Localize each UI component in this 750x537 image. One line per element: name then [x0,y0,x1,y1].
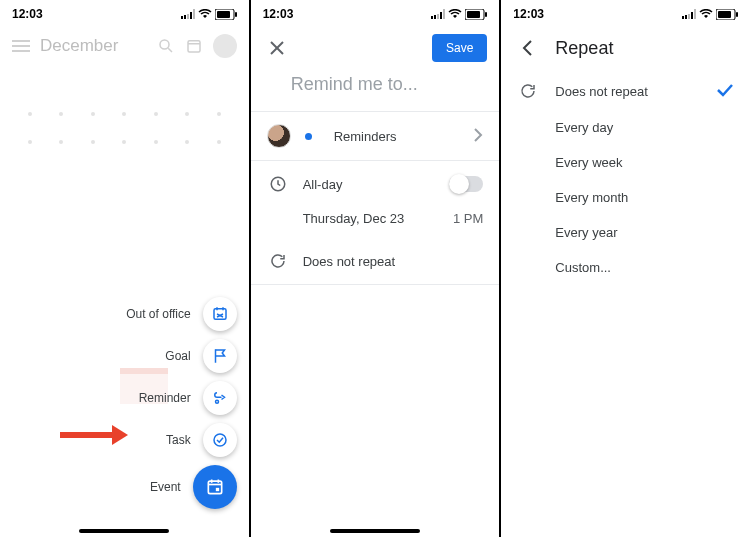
editor-toolbar: Save [251,28,500,66]
repeat-option-year[interactable]: Every year [501,215,750,250]
wifi-icon [198,9,212,19]
battery-icon [215,9,237,20]
svg-rect-7 [235,12,237,17]
svg-rect-10 [188,41,200,52]
screen-calendar-fab: 12:03 December [0,0,251,537]
page-title: Repeat [555,38,613,59]
repeat-header: Repeat [501,28,750,72]
svg-rect-28 [434,15,436,19]
repeat-option-custom[interactable]: Custom... [501,250,750,285]
event-icon [193,465,237,509]
reminder-title-input[interactable]: Remind me to... [251,66,500,111]
time-label: 1 PM [453,211,483,226]
status-bar: 12:03 [0,0,249,28]
back-button[interactable] [515,36,539,60]
allday-label: All-day [303,177,436,192]
svg-rect-45 [736,12,738,17]
status-bar: 12:03 [501,0,750,28]
home-indicator [79,529,169,533]
calendar-header: December [0,28,249,64]
fab-event[interactable]: Event [150,465,237,509]
svg-rect-40 [688,14,690,19]
chevron-right-icon [473,128,483,145]
svg-rect-26 [216,488,219,491]
svg-rect-22 [208,481,221,494]
svg-rect-38 [682,16,684,19]
repeat-icon [517,82,539,100]
fab-goal[interactable]: Goal [165,339,236,373]
svg-rect-39 [685,15,687,19]
svg-rect-34 [485,12,487,17]
status-bar: 12:03 [251,0,500,28]
close-icon [269,40,285,56]
screen-repeat-options: 12:03 Repeat Does not repeat Every [501,0,750,537]
goal-icon [203,339,237,373]
svg-rect-31 [443,9,445,19]
pointer-arrow-icon [58,425,128,445]
repeat-option-month[interactable]: Every month [501,180,750,215]
repeat-label: Does not repeat [303,254,484,269]
calendar-name: Reminders [334,129,460,144]
svg-rect-30 [440,12,442,19]
svg-rect-1 [184,15,186,19]
save-button[interactable]: Save [432,34,487,62]
account-avatar [213,34,237,58]
svg-rect-2 [187,14,189,19]
home-indicator [330,529,420,533]
repeat-option-none[interactable]: Does not repeat [501,72,750,110]
svg-rect-27 [431,16,433,19]
svg-point-8 [160,40,169,49]
status-time: 12:03 [12,7,43,21]
menu-icon [12,45,30,47]
repeat-row[interactable]: Does not repeat [251,238,500,284]
clock-icon [267,173,289,195]
fab-label: Reminder [139,391,191,405]
option-label: Every week [555,155,734,170]
chevron-left-icon [521,40,533,56]
svg-rect-33 [467,11,480,18]
status-time: 12:03 [513,7,544,21]
option-label: Every day [555,120,734,135]
option-label: Every year [555,225,734,240]
repeat-icon [267,250,289,272]
svg-rect-6 [217,11,230,18]
svg-line-9 [168,48,172,52]
signal-icon [431,9,445,19]
repeat-option-week[interactable]: Every week [501,145,750,180]
option-label: Every month [555,190,734,205]
calendar-selector-row[interactable]: Reminders [251,112,500,160]
svg-rect-29 [437,14,439,19]
svg-rect-42 [694,9,696,19]
allday-row: All-day [251,161,500,207]
fab-menu: Out of office Goal Reminder Task Event [126,297,236,509]
task-icon [203,423,237,457]
out-of-office-icon [203,297,237,331]
svg-rect-41 [691,12,693,19]
status-time: 12:03 [263,7,294,21]
svg-point-20 [215,400,218,403]
wifi-icon [448,9,462,19]
signal-icon [682,9,696,19]
close-button[interactable] [263,34,291,62]
reminder-icon [203,381,237,415]
date-label: Thursday, Dec 23 [303,211,439,226]
fab-out-of-office[interactable]: Out of office [126,297,236,331]
option-label: Does not repeat [555,84,700,99]
today-icon [185,37,203,55]
fab-label: Task [166,433,191,447]
check-icon [716,83,734,100]
svg-rect-3 [190,12,192,19]
datetime-row[interactable]: Thursday, Dec 23 1 PM [251,207,500,238]
svg-rect-4 [193,9,195,19]
allday-toggle[interactable] [449,176,483,192]
battery-icon [716,9,738,20]
fab-task[interactable]: Task [166,423,237,457]
svg-rect-44 [718,11,731,18]
fab-reminder[interactable]: Reminder [139,381,237,415]
signal-icon [181,9,195,19]
status-icons [181,9,237,20]
option-label: Custom... [555,260,734,275]
wifi-icon [699,9,713,19]
month-label: December [40,36,147,56]
repeat-option-day[interactable]: Every day [501,110,750,145]
